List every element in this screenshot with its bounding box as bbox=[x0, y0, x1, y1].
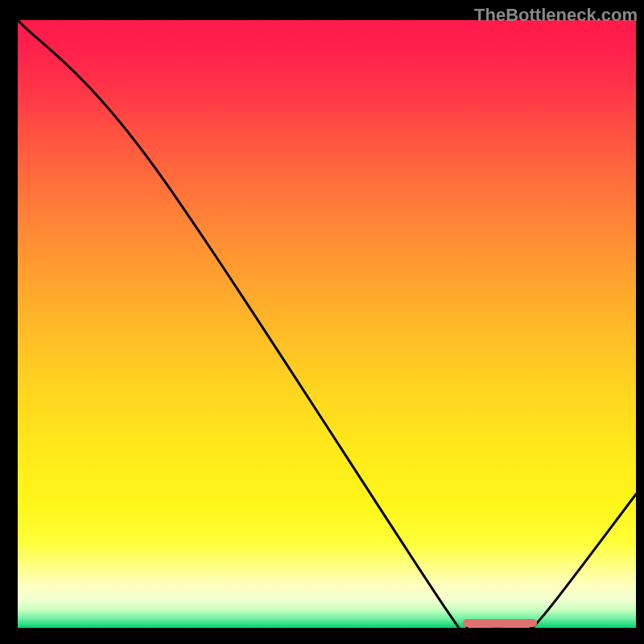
chart-container: TheBottleneck.com bbox=[0, 0, 644, 644]
watermark-text: TheBottleneck.com bbox=[474, 5, 638, 26]
minimum-marker bbox=[463, 619, 537, 627]
plot-area bbox=[18, 20, 636, 628]
chart-svg bbox=[18, 20, 636, 628]
